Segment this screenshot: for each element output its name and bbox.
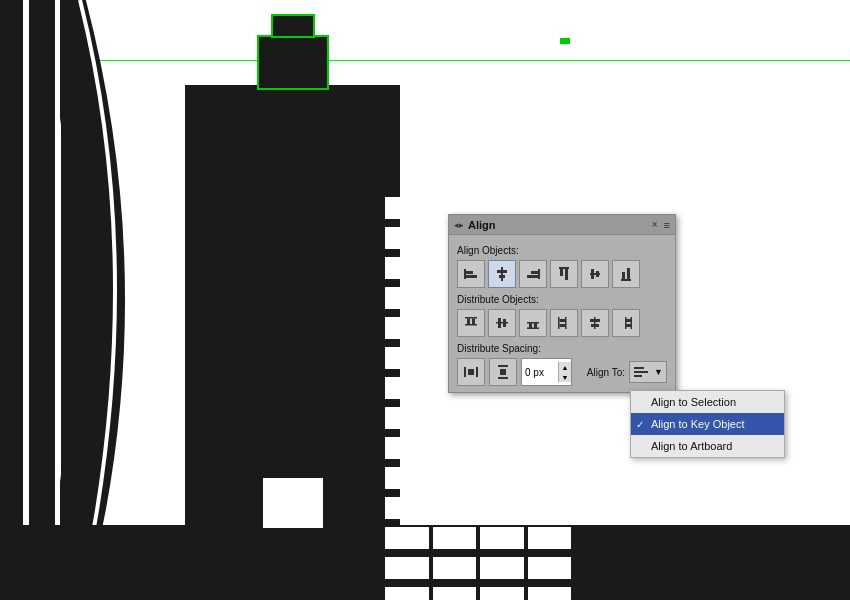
svg-rect-36 [631, 317, 633, 329]
dropdown-item-selection[interactable]: Align to Selection [631, 391, 784, 413]
align-objects-row [457, 260, 667, 288]
distribute-right-button[interactable] [612, 309, 640, 337]
distribute-vcenter-button[interactable] [488, 309, 516, 337]
svg-rect-6 [538, 269, 540, 279]
svg-rect-14 [596, 271, 599, 277]
svg-rect-28 [534, 322, 537, 328]
panel-body: Align Objects: [449, 235, 675, 392]
distribute-top-button[interactable] [457, 309, 485, 337]
spinner-down-button[interactable]: ▼ [559, 372, 571, 382]
svg-rect-41 [476, 367, 478, 377]
align-panel: ◂▸ Align × ≡ Align Objects: [448, 214, 676, 393]
align-center-vertical-button[interactable] [581, 260, 609, 288]
spacing-input-group: ▲ ▼ [521, 358, 572, 386]
canvas-area: ◂▸ Align × ≡ Align Objects: [0, 0, 850, 600]
svg-rect-9 [559, 267, 569, 269]
align-bottom-button[interactable] [612, 260, 640, 288]
svg-rect-20 [467, 319, 470, 325]
dist-space-h-button[interactable] [457, 358, 485, 386]
bottom-left: ▲ ▼ [457, 358, 572, 386]
svg-rect-39 [625, 324, 631, 327]
dropdown-item-artboard[interactable]: Align to Artboard [631, 435, 784, 457]
svg-rect-26 [527, 322, 539, 324]
distribute-objects-row [457, 309, 667, 337]
distribute-left-button[interactable] [550, 309, 578, 337]
rooftop-small-box [271, 14, 315, 38]
svg-rect-44 [498, 377, 508, 379]
curved-road [60, 0, 180, 600]
align-to-dropdown[interactable]: ▼ [629, 361, 667, 383]
svg-rect-24 [503, 319, 506, 327]
align-top-button[interactable] [550, 260, 578, 288]
align-center-horizontal-button[interactable] [488, 260, 516, 288]
align-to-selection-label: Align to Selection [651, 396, 736, 408]
align-to-label: Align To: [587, 367, 625, 378]
svg-rect-32 [560, 324, 566, 327]
svg-rect-18 [465, 317, 477, 319]
svg-rect-2 [466, 275, 477, 278]
svg-rect-47 [634, 371, 648, 373]
svg-rect-45 [500, 369, 506, 375]
distribute-hcenter-button[interactable] [581, 309, 609, 337]
dist-space-v-button[interactable] [489, 358, 517, 386]
svg-rect-43 [498, 365, 508, 367]
dropdown-item-key-object[interactable]: ✓ Align to Key Object [631, 413, 784, 435]
panel-title-right: × ≡ [652, 219, 670, 231]
align-left-button[interactable] [457, 260, 485, 288]
align-to-key-object-label: Align to Key Object [651, 418, 745, 430]
svg-rect-37 [625, 317, 627, 329]
spinner-up-button[interactable]: ▲ [559, 362, 571, 372]
panel-collapse-arrows[interactable]: ◂▸ [454, 220, 464, 230]
svg-rect-7 [531, 271, 538, 274]
svg-rect-25 [527, 328, 539, 330]
svg-rect-46 [634, 367, 644, 369]
svg-rect-17 [627, 268, 630, 279]
align-right-button[interactable] [519, 260, 547, 288]
panel-title-left: ◂▸ Align [454, 219, 496, 231]
svg-rect-10 [560, 269, 563, 276]
svg-rect-29 [558, 317, 560, 329]
svg-rect-27 [529, 322, 532, 328]
spacing-input[interactable] [522, 365, 558, 380]
svg-rect-30 [565, 317, 567, 329]
svg-rect-4 [497, 270, 507, 273]
distribute-bottom-button[interactable] [519, 309, 547, 337]
align-to-dropdown-menu: Align to Selection ✓ Align to Key Object… [630, 390, 785, 458]
spacing-spinners: ▲ ▼ [558, 362, 571, 382]
svg-rect-33 [594, 317, 596, 329]
svg-rect-22 [496, 322, 508, 324]
svg-rect-11 [565, 269, 568, 280]
align-to-artboard-label: Align to Artboard [651, 440, 732, 452]
distribute-objects-label: Distribute Objects: [457, 294, 667, 305]
svg-rect-1 [466, 271, 473, 274]
building [185, 85, 400, 528]
svg-rect-40 [464, 367, 466, 377]
svg-rect-8 [527, 275, 538, 278]
svg-rect-23 [498, 318, 501, 328]
svg-rect-42 [468, 369, 474, 375]
panel-menu-button[interactable]: ≡ [664, 219, 670, 231]
distribute-spacing-label: Distribute Spacing: [457, 343, 667, 354]
rooftop-detail [560, 38, 570, 44]
bottom-right: Align To: ▼ [587, 361, 667, 383]
svg-rect-31 [560, 319, 566, 322]
bottom-row: ▲ ▼ Align To: ▼ [457, 358, 667, 386]
svg-rect-3 [501, 267, 503, 281]
svg-rect-0 [464, 269, 466, 279]
road-line-1 [23, 0, 29, 528]
svg-rect-5 [499, 275, 505, 278]
panel-title: Align [468, 219, 496, 231]
panel-close-button[interactable]: × [652, 219, 658, 230]
align-objects-label: Align Objects: [457, 245, 667, 256]
svg-rect-16 [622, 272, 625, 279]
checkmark-icon: ✓ [636, 419, 644, 430]
svg-rect-21 [472, 319, 475, 325]
svg-rect-13 [591, 269, 594, 279]
svg-rect-35 [591, 324, 599, 327]
svg-rect-38 [625, 319, 631, 322]
svg-rect-15 [621, 279, 631, 281]
svg-rect-34 [590, 319, 600, 322]
rooftop [257, 35, 329, 90]
svg-rect-19 [465, 324, 477, 326]
svg-rect-48 [634, 375, 642, 377]
